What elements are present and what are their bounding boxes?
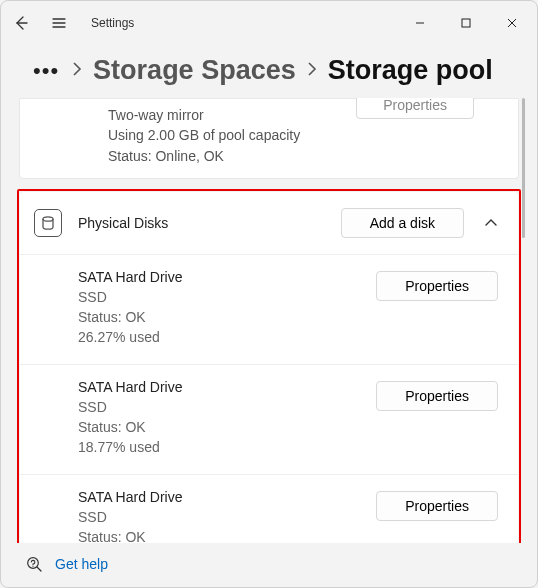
disk-icon xyxy=(34,209,62,237)
disk-row: SATA Hard Drive SSD Status: OK 26.27% us… xyxy=(20,474,518,543)
titlebar: Settings xyxy=(1,1,537,45)
chevron-right-icon xyxy=(306,60,318,81)
disk-name: SATA Hard Drive xyxy=(78,269,376,285)
storage-space-card: Properties Two-way mirror Using 2.00 GB … xyxy=(19,98,519,179)
space-properties-button[interactable]: Properties xyxy=(356,98,474,119)
get-help-link[interactable]: Get help xyxy=(55,556,108,572)
maximize-button[interactable] xyxy=(443,7,489,39)
breadcrumb-current: Storage pool xyxy=(328,55,493,86)
disk-status: Status: OK xyxy=(78,307,376,327)
nav-menu-button[interactable] xyxy=(47,11,71,35)
collapse-button[interactable] xyxy=(474,206,508,240)
disk-type: SSD xyxy=(78,287,376,307)
footer: Get help xyxy=(13,543,525,579)
disk-type: SSD xyxy=(78,397,376,417)
scrollbar[interactable] xyxy=(522,98,525,238)
disk-properties-button[interactable]: Properties xyxy=(376,271,498,301)
help-icon xyxy=(25,555,43,573)
disk-used: 18.77% used xyxy=(78,437,376,457)
app-title: Settings xyxy=(91,16,134,30)
disk-name: SATA Hard Drive xyxy=(78,379,376,395)
content-area: ••• Storage Spaces Storage pool Properti… xyxy=(1,45,537,587)
close-button[interactable] xyxy=(489,7,535,39)
space-capacity: Using 2.00 GB of pool capacity xyxy=(108,125,502,145)
disk-row: SATA Hard Drive SSD Status: OK 26.27% us… xyxy=(20,254,518,364)
physical-disks-highlight: Physical Disks Add a disk SATA Hard Driv… xyxy=(17,189,521,543)
physical-disks-header[interactable]: Physical Disks Add a disk xyxy=(20,192,518,254)
breadcrumb-more[interactable]: ••• xyxy=(33,58,59,84)
svg-rect-0 xyxy=(462,19,470,27)
svg-point-1 xyxy=(43,217,53,221)
disk-name: SATA Hard Drive xyxy=(78,489,376,505)
physical-disks-title: Physical Disks xyxy=(78,215,341,231)
back-button[interactable] xyxy=(9,11,33,35)
add-disk-button[interactable]: Add a disk xyxy=(341,208,464,238)
chevron-right-icon xyxy=(71,60,83,81)
disk-type: SSD xyxy=(78,507,376,527)
space-status: Status: Online, OK xyxy=(108,146,502,166)
breadcrumb: ••• Storage Spaces Storage pool xyxy=(13,49,525,98)
disk-properties-button[interactable]: Properties xyxy=(376,491,498,521)
disk-used: 26.27% used xyxy=(78,327,376,347)
minimize-button[interactable] xyxy=(397,7,443,39)
disk-properties-button[interactable]: Properties xyxy=(376,381,498,411)
disk-status: Status: OK xyxy=(78,417,376,437)
breadcrumb-storage-spaces[interactable]: Storage Spaces xyxy=(93,55,296,86)
disk-row: SATA Hard Drive SSD Status: OK 18.77% us… xyxy=(20,364,518,474)
svg-point-3 xyxy=(32,565,33,566)
settings-window: Settings ••• Storage Spaces Storage poo xyxy=(0,0,538,588)
disk-status: Status: OK xyxy=(78,527,376,543)
